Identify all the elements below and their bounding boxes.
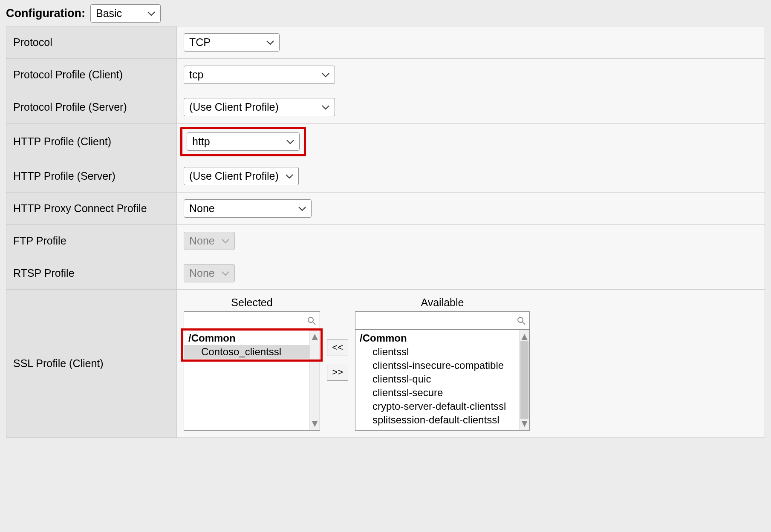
row-http-profile-client: HTTP Profile (Client) http [6,124,765,160]
row-ssl-profile-client: SSL Profile (Client) Selected [6,290,765,438]
chevron-down-icon [222,271,229,276]
ssl-selected-search[interactable] [184,312,320,330]
label-rtsp-profile: RTSP Profile [6,257,177,290]
scroll-down-icon: ▼ [310,417,320,430]
label-protocol-profile-client: Protocol Profile (Client) [6,59,177,91]
select-protocol-profile-client-value: tcp [189,69,203,81]
list-item[interactable]: splitsession-default-clientssl [355,413,519,427]
chevron-down-icon [222,239,229,244]
list-item[interactable]: clientssl-quic [355,372,519,386]
ssl-available-column: Available /Common [355,296,530,431]
label-http-proxy-connect: HTTP Proxy Connect Profile [6,193,177,225]
select-protocol-profile-server[interactable]: (Use Client Profile) [184,98,335,116]
select-http-profile-client[interactable]: http [187,132,300,151]
highlight-http-profile-client: http [180,127,306,156]
ssl-selected-title: Selected [231,296,272,309]
scroll-up-icon: ▲ [310,330,320,343]
row-protocol-profile-client: Protocol Profile (Client) tcp [6,59,765,91]
move-left-button[interactable]: << [327,339,348,356]
select-protocol[interactable]: TCP [184,33,280,52]
configuration-label: Configuration: [6,7,85,20]
chevron-down-icon [147,11,155,16]
row-ftp-profile: FTP Profile None [6,225,765,257]
select-protocol-profile-client[interactable]: tcp [184,66,335,84]
ssl-selected-group: /Common [184,331,309,345]
svg-line-3 [523,322,525,325]
list-item[interactable]: Contoso_clientssl [184,345,309,359]
chevron-down-icon [286,174,293,179]
row-protocol: Protocol TCP [6,26,765,59]
svg-point-0 [308,317,313,322]
search-icon [517,316,526,325]
label-http-profile-server: HTTP Profile (Server) [6,160,177,193]
select-http-proxy-connect-value: None [189,202,215,215]
chevron-down-icon [286,139,294,144]
select-rtsp-profile: None [184,264,235,282]
ssl-available-items: /Common clientssl clientssl-insecure-com… [355,330,519,430]
ssl-selected-column: Selected [184,296,320,431]
list-item[interactable]: crypto-server-default-clientssl [355,400,519,413]
ssl-available-search[interactable] [355,312,529,330]
list-item[interactable]: clientssl-secure [355,386,519,400]
row-rtsp-profile: RTSP Profile None [6,257,765,290]
ssl-selected-listbox[interactable]: /Common Contoso_clientssl ▲ ▼ [184,311,320,431]
row-http-proxy-connect: HTTP Proxy Connect Profile None [6,193,765,225]
scroll-thumb[interactable] [520,341,528,419]
select-protocol-value: TCP [189,36,211,49]
search-icon [307,316,316,325]
select-ftp-profile-value: None [189,235,215,247]
list-item[interactable]: clientssl [355,345,519,359]
label-ssl-profile-client: SSL Profile (Client) [6,290,177,438]
configuration-select-value: Basic [96,7,122,20]
chevron-down-icon [322,105,329,110]
ssl-selected-scrollbar[interactable]: ▲ ▼ [309,330,320,430]
select-http-proxy-connect[interactable]: None [184,199,312,218]
select-rtsp-profile-value: None [189,267,215,279]
label-ftp-profile: FTP Profile [6,225,177,257]
ssl-available-scrollbar[interactable]: ▲ ▼ [519,330,529,430]
select-http-profile-client-value: http [192,135,210,148]
svg-point-2 [518,317,523,322]
ssl-available-group: /Common [355,331,519,345]
configuration-select[interactable]: Basic [90,4,161,23]
row-http-profile-server: HTTP Profile (Server) (Use Client Profil… [6,160,765,193]
chevron-down-icon [322,72,329,78]
list-item[interactable]: clientssl-insecure-compatible [355,359,519,372]
configuration-table: Protocol TCP Protocol Profile (Client) t… [6,26,765,438]
select-ftp-profile: None [184,232,235,250]
select-http-profile-server[interactable]: (Use Client Profile) [184,167,299,185]
svg-line-1 [313,322,315,325]
chevron-down-icon [266,40,274,45]
chevron-down-icon [298,206,306,211]
configuration-header: Configuration: Basic [6,4,765,23]
label-http-profile-client: HTTP Profile (Client) [6,124,177,160]
select-http-profile-server-value: (Use Client Profile) [189,170,279,182]
label-protocol-profile-server: Protocol Profile (Server) [6,91,177,124]
move-right-button[interactable]: >> [327,364,348,381]
ssl-available-listbox[interactable]: /Common clientssl clientssl-insecure-com… [355,311,530,431]
ssl-transfer-buttons: << >> [327,296,348,381]
ssl-available-title: Available [421,296,464,309]
row-protocol-profile-server: Protocol Profile (Server) (Use Client Pr… [6,91,765,124]
select-protocol-profile-server-value: (Use Client Profile) [189,101,279,113]
ssl-selected-items: /Common Contoso_clientssl [184,330,309,430]
ssl-dual-list: Selected [184,296,758,431]
label-protocol: Protocol [6,26,177,59]
